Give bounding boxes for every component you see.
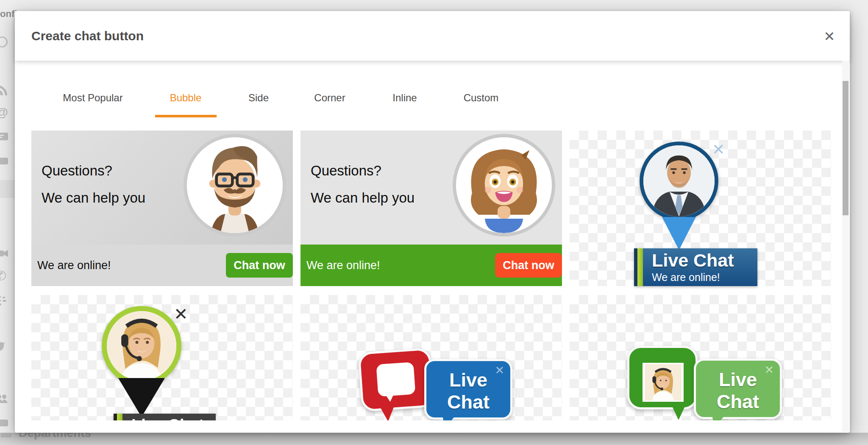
panel-icon xyxy=(0,417,8,430)
chat-button-option-banner-gray[interactable]: Questions? We can help you xyxy=(31,131,293,286)
dialog-title: Create chat button xyxy=(31,29,144,43)
live-chat-box: Live Chat xyxy=(114,414,216,420)
phone-icon: ✆ xyxy=(0,270,8,282)
banner-body: Questions? We can help you xyxy=(31,131,293,245)
scrollbar-track[interactable] xyxy=(842,61,849,432)
chat-button-option-banner-green[interactable]: Questions? We can help you xyxy=(300,131,562,286)
bubble-tail xyxy=(439,417,454,420)
dialog-header: Create chat button ✕ xyxy=(15,11,850,61)
online-status: We are online! xyxy=(37,259,111,272)
live-chat-line2: Chat xyxy=(426,392,510,412)
chat-button-option-pointer-blue[interactable]: ✕ xyxy=(570,131,831,286)
female-headset-avatar xyxy=(102,306,181,386)
banner-heading: Questions? xyxy=(311,163,381,179)
tab-side[interactable]: Side xyxy=(248,92,269,104)
rss-icon xyxy=(0,84,8,97)
departments-label: Departments xyxy=(19,433,91,440)
banner-subheading: We can help you xyxy=(311,190,415,206)
banner-heading: Questions? xyxy=(42,163,112,179)
speech-bubble-icon xyxy=(358,348,434,412)
preview-close-icon: ✕ xyxy=(495,364,504,377)
live-chat-box: Live Chat We are online! xyxy=(634,248,757,286)
background-footer: Departments xyxy=(0,433,868,445)
live-chat-title: Live Chat xyxy=(652,250,734,271)
chat-button-option-speech-blue[interactable]: Live Chat ✕ xyxy=(300,295,562,420)
preview-close-icon: ✕ xyxy=(764,363,774,377)
live-chat-bubble: Live Chat ✕ xyxy=(694,359,782,419)
preview-close-icon: ✕ xyxy=(712,141,725,159)
chat-button-option-speech-green[interactable]: Live Chat ✕ xyxy=(570,295,831,420)
queue-icon xyxy=(0,295,8,307)
preview-close-icon: ✕ xyxy=(174,304,188,324)
online-status: We are online! xyxy=(306,259,380,272)
live-chat-bubble: Live Chat ✕ xyxy=(424,359,512,420)
chat-bubble-glyph xyxy=(376,362,415,397)
pointer-arrow xyxy=(662,217,696,250)
accent-stripe xyxy=(637,248,643,286)
dialog-body: Most Popular Bubble Side Corner Inline C… xyxy=(15,61,850,420)
tab-inline[interactable]: Inline xyxy=(392,92,417,104)
sidebar-divider xyxy=(0,180,15,198)
agent-photo-bubble xyxy=(627,346,698,409)
facebook-icon: f xyxy=(0,317,8,330)
chat-now-button: Chat now xyxy=(226,253,293,278)
background-sidebar: onfi @ ✆ f xyxy=(0,0,15,433)
female-headset-avatar xyxy=(643,363,684,402)
banner-footer: We are online! Chat now xyxy=(300,245,562,286)
folder-icon xyxy=(1,433,12,437)
male-cartoon-avatar xyxy=(184,134,286,236)
banner-footer: We are online! Chat now xyxy=(31,245,293,286)
male-photo-avatar xyxy=(640,142,718,220)
button-style-tabs: Most Popular Bubble Side Corner Inline C… xyxy=(15,61,850,131)
female-cartoon-avatar xyxy=(453,134,555,236)
create-chat-button-dialog: Create chat button ✕ Most Popular Bubble… xyxy=(15,11,850,433)
live-chat-line2: Chat xyxy=(696,392,780,411)
bubble-tail xyxy=(708,416,724,420)
screen: onfi @ ✆ f Departments xyxy=(0,0,868,445)
twitter-icon xyxy=(0,341,8,353)
chat-now-button: Chat now xyxy=(495,253,562,278)
accent-stripe xyxy=(117,414,122,420)
banner-subheading: We can help you xyxy=(42,190,145,206)
tab-most-popular[interactable]: Most Popular xyxy=(63,92,122,104)
bubble-tail xyxy=(380,406,395,420)
online-status: We are online! xyxy=(652,271,720,284)
tab-custom[interactable]: Custom xyxy=(464,92,499,104)
users-icon xyxy=(0,392,8,405)
banner-body: Questions? We can help you xyxy=(300,131,562,245)
scrollbar-thumb[interactable] xyxy=(843,81,849,215)
tab-corner[interactable]: Corner xyxy=(314,92,345,104)
active-tab-underline xyxy=(155,115,217,117)
panel-icon xyxy=(0,155,8,168)
live-chat-title: Live Chat xyxy=(131,416,204,420)
chat-lines-icon xyxy=(0,131,8,143)
video-camera-icon xyxy=(0,247,8,260)
at-icon: @ xyxy=(0,106,8,119)
tab-bubble[interactable]: Bubble xyxy=(170,92,202,104)
chat-button-option-pointer-dark[interactable]: ✕ xyxy=(31,295,293,420)
bubble-tail xyxy=(672,406,685,420)
search-icon xyxy=(0,36,8,47)
pointer-arrow xyxy=(118,378,165,417)
close-icon[interactable]: ✕ xyxy=(820,27,839,46)
